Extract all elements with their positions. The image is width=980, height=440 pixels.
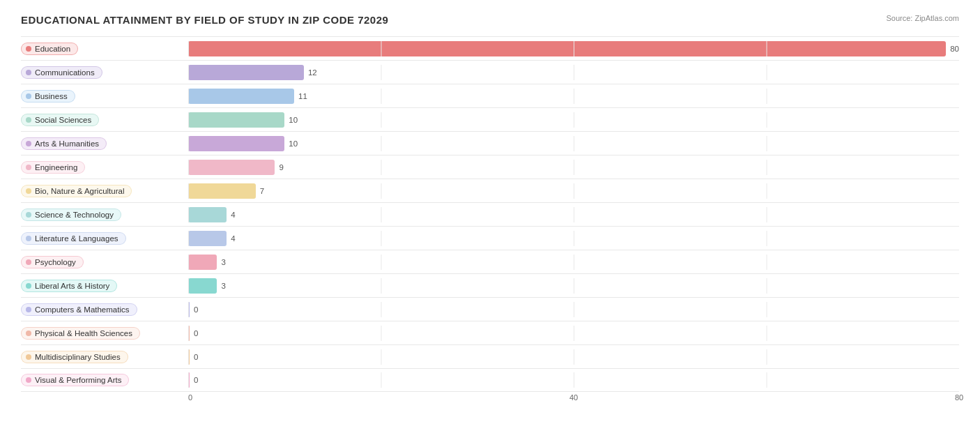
- bar-section: 4: [188, 231, 959, 246]
- bar-value-label: 3: [221, 282, 225, 290]
- x-axis-container: 0 40 80: [188, 392, 959, 406]
- bar-label: Science & Technology: [35, 211, 114, 219]
- bar-dot: [26, 212, 31, 218]
- bar-row: Science & Technology4: [21, 202, 959, 226]
- bar-value-label: 11: [298, 92, 307, 100]
- bar-dot: [26, 188, 31, 194]
- bar-label: Liberal Arts & History: [35, 282, 109, 290]
- bar-section: 12: [188, 65, 959, 80]
- bar-fill: [188, 231, 227, 246]
- bar-label-container: Science & Technology: [21, 208, 188, 221]
- bar-section: 0: [188, 302, 959, 317]
- bar-label-container: Social Sciences: [21, 114, 188, 126]
- bar-fill: [188, 41, 946, 56]
- bar-label-container: Psychology: [21, 256, 188, 268]
- bar-value-label: 0: [194, 353, 198, 361]
- x-tick-40: 40: [569, 393, 578, 402]
- bar-label-container: Computers & Mathematics: [21, 303, 188, 316]
- bar-label: Bio, Nature & Agricultural: [35, 187, 124, 195]
- bar-value-label: 4: [231, 211, 235, 219]
- bar-label: Business: [35, 92, 68, 100]
- bar-value-label: 80: [950, 45, 959, 53]
- bar-dot: [26, 93, 31, 99]
- bar-row: Psychology3: [21, 250, 959, 273]
- bar-label: Literature & Languages: [35, 234, 118, 243]
- bar-fill: [188, 255, 217, 270]
- bar-row: Arts & Humanities10: [21, 131, 959, 155]
- bar-row: Bio, Nature & Agricultural7: [21, 179, 959, 202]
- bar-fill: [188, 65, 304, 80]
- x-tick-80: 80: [955, 393, 963, 402]
- bar-fill: [188, 112, 284, 128]
- bar-section: 10: [188, 112, 959, 128]
- bar-fill: [188, 278, 217, 294]
- bar-section: 3: [188, 255, 959, 270]
- bar-dot: [26, 331, 31, 336]
- bar-section: 4: [188, 207, 959, 222]
- bar-label: Psychology: [35, 258, 76, 266]
- bar-label-container: Engineering: [21, 161, 188, 174]
- bar-chart: Education80Communications12Business11Soc…: [21, 36, 959, 392]
- bar-value-label: 0: [194, 329, 198, 337]
- bar-fill: [188, 136, 284, 151]
- bar-fill: [188, 89, 294, 104]
- bar-dot: [26, 283, 31, 289]
- bar-dot: [26, 117, 31, 123]
- bar-fill: [188, 302, 190, 317]
- bar-dot: [26, 307, 31, 312]
- source-label: Source: ZipAtlas.com: [886, 14, 959, 22]
- bar-section: 3: [188, 278, 959, 294]
- bar-label-container: Visual & Performing Arts: [21, 374, 188, 386]
- bar-section: 11: [188, 89, 959, 104]
- bar-value-label: 9: [279, 163, 283, 172]
- bar-row: Liberal Arts & History3: [21, 273, 959, 297]
- bar-value-label: 7: [260, 187, 264, 195]
- bar-value-label: 10: [289, 139, 298, 148]
- bar-label: Arts & Humanities: [35, 139, 99, 148]
- bar-section: 9: [188, 160, 959, 175]
- chart-container: EDUCATIONAL ATTAINMENT BY FIELD OF STUDY…: [21, 14, 959, 406]
- bar-section: 7: [188, 183, 959, 199]
- bar-value-label: 3: [221, 258, 225, 266]
- bar-dot: [26, 141, 31, 146]
- bar-dot: [26, 165, 31, 170]
- bar-section: 0: [188, 349, 959, 365]
- bar-label-container: Liberal Arts & History: [21, 280, 188, 292]
- bar-label: Communications: [35, 68, 95, 77]
- bar-value-label: 0: [194, 376, 198, 384]
- bar-dot: [26, 354, 31, 360]
- bar-label-container: Business: [21, 90, 188, 103]
- bar-label: Education: [35, 45, 70, 53]
- bar-row: Social Sciences10: [21, 107, 959, 131]
- bar-row: Education80: [21, 36, 959, 60]
- bar-fill: [188, 349, 190, 365]
- bar-dot: [26, 377, 31, 383]
- x-tick-0: 0: [188, 393, 192, 402]
- bar-value-label: 4: [231, 234, 235, 243]
- bar-row: Multidisciplinary Studies0: [21, 344, 959, 368]
- bar-label: Engineering: [35, 163, 77, 172]
- bar-label: Physical & Health Sciences: [35, 329, 132, 337]
- bar-value-label: 10: [289, 116, 298, 124]
- bar-section: 0: [188, 372, 959, 388]
- bar-dot: [26, 46, 31, 52]
- bar-label: Social Sciences: [35, 116, 91, 124]
- bar-fill: [188, 207, 227, 222]
- bar-label-container: Arts & Humanities: [21, 137, 188, 150]
- bar-fill: [188, 160, 275, 175]
- bar-value-label: 12: [308, 68, 317, 77]
- bar-fill: [188, 326, 190, 341]
- bar-row: Business11: [21, 84, 959, 107]
- bar-label: Visual & Performing Arts: [35, 376, 121, 384]
- bar-row: Literature & Languages4: [21, 226, 959, 250]
- bar-dot: [26, 236, 31, 241]
- bar-label: Multidisciplinary Studies: [35, 353, 121, 361]
- bar-row: Engineering9: [21, 155, 959, 179]
- bar-row: Computers & Mathematics0: [21, 297, 959, 321]
- bar-fill: [188, 372, 190, 388]
- bar-label-container: Bio, Nature & Agricultural: [21, 185, 188, 197]
- bar-row: Visual & Performing Arts0: [21, 368, 959, 392]
- bar-section: 80: [188, 41, 959, 56]
- bar-label-container: Education: [21, 43, 188, 55]
- bar-value-label: 0: [194, 305, 198, 314]
